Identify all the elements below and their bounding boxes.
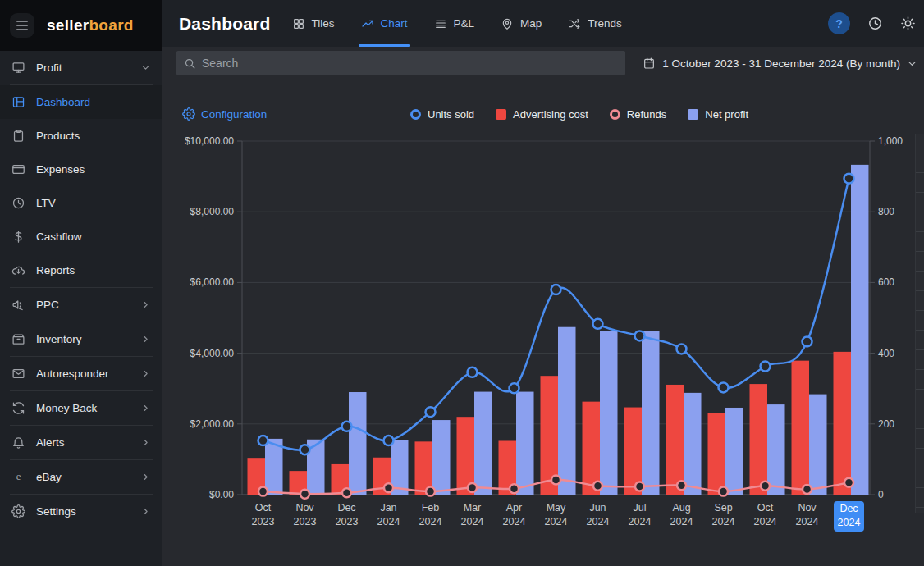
mail-icon <box>11 367 25 381</box>
point-refunds[interactable] <box>426 487 435 496</box>
bar-net-profit[interactable] <box>767 404 785 495</box>
tab-chart[interactable]: Chart <box>361 0 408 47</box>
point-refunds[interactable] <box>761 482 770 491</box>
ebay-icon: e <box>11 470 25 484</box>
point-refunds[interactable] <box>844 478 853 487</box>
bar-net-profit[interactable] <box>725 408 743 495</box>
logo[interactable]: sellerboard <box>47 16 134 34</box>
point-refunds[interactable] <box>384 483 393 492</box>
chevron-right-icon <box>140 368 151 379</box>
page-title: Dashboard <box>162 14 271 34</box>
point-units-sold[interactable] <box>803 336 812 346</box>
point-units-sold[interactable] <box>384 436 394 445</box>
chevron-right-icon <box>140 506 151 517</box>
gear-icon <box>11 504 25 518</box>
tab-tiles[interactable]: Tiles <box>292 0 335 47</box>
point-units-sold[interactable] <box>258 436 268 445</box>
point-refunds[interactable] <box>510 484 519 493</box>
sidebar-item-inventory[interactable]: Inventory <box>0 322 162 356</box>
point-units-sold[interactable] <box>300 445 310 454</box>
sidebar-item-dashboard[interactable]: Dashboard <box>0 85 162 119</box>
point-units-sold[interactable] <box>551 285 561 294</box>
point-refunds[interactable] <box>342 488 351 497</box>
point-refunds[interactable] <box>258 487 268 496</box>
bar-advertising-cost[interactable] <box>708 413 726 495</box>
sidebar-item-products[interactable]: Products <box>0 119 162 153</box>
sidebar-item-settings[interactable]: Settings <box>0 495 162 528</box>
bar-net-profit[interactable] <box>432 420 451 495</box>
history-icon[interactable] <box>867 16 883 31</box>
tab-map[interactable]: Map <box>501 0 542 47</box>
tab-trends[interactable]: Trends <box>568 0 622 47</box>
point-units-sold[interactable] <box>844 174 854 184</box>
point-units-sold[interactable] <box>342 422 352 431</box>
chevron-right-icon <box>140 334 151 345</box>
sidebar-item-money-back[interactable]: Money Back <box>0 391 162 425</box>
point-units-sold[interactable] <box>635 331 645 340</box>
sidebar-item-alerts[interactable]: Alerts <box>0 426 162 459</box>
point-units-sold[interactable] <box>510 383 519 393</box>
bar-net-profit[interactable] <box>684 393 702 495</box>
card-icon <box>11 162 25 176</box>
point-refunds[interactable] <box>551 475 560 484</box>
brightness-icon[interactable] <box>900 16 916 31</box>
logo-part1: seller <box>47 16 89 34</box>
bar-advertising-cost[interactable] <box>792 361 810 495</box>
sidebar-item-expenses[interactable]: Expenses <box>0 153 162 186</box>
point-units-sold[interactable] <box>761 362 771 372</box>
chevron-right-icon <box>140 437 151 448</box>
point-refunds[interactable] <box>719 487 728 496</box>
y-axis-label-left: $8,000.00 <box>190 206 235 217</box>
tab-label: P&L <box>454 17 475 30</box>
content: 1 October 2023 - 31 December 2024 (By mo… <box>162 47 924 566</box>
point-units-sold[interactable] <box>593 319 603 329</box>
sidebar-item-cashflow[interactable]: Cashflow <box>0 220 162 253</box>
bar-net-profit[interactable] <box>558 327 576 495</box>
bar-net-profit[interactable] <box>474 392 492 495</box>
y-axis-label-right: 600 <box>878 276 894 288</box>
tab-label: Tiles <box>312 17 335 30</box>
sidebar-item-autoresponder[interactable]: Autoresponder <box>0 357 162 390</box>
point-refunds[interactable] <box>593 482 602 491</box>
help-button[interactable]: ? <box>828 12 850 34</box>
sidebar-item-ebay[interactable]: eeBay <box>0 460 162 494</box>
bell-icon <box>11 436 25 450</box>
point-units-sold[interactable] <box>719 382 729 392</box>
y-axis-label-right: 800 <box>878 206 894 217</box>
chevron-right-icon <box>140 403 151 413</box>
tab-pl[interactable]: P&L <box>434 0 475 47</box>
bar-net-profit[interactable] <box>349 392 367 495</box>
sidebar-item-reports[interactable]: Reports <box>0 253 162 287</box>
sidebar-nav: ProfitDashboardProductsExpensesLTVCashfl… <box>0 51 162 528</box>
tab-label: Map <box>520 17 542 30</box>
bar-net-profit[interactable] <box>516 392 534 495</box>
point-units-sold[interactable] <box>426 407 436 417</box>
point-units-sold[interactable] <box>468 367 478 377</box>
sidebar-item-label: Cashflow <box>36 231 82 243</box>
bar-net-profit[interactable] <box>600 331 618 495</box>
bar-advertising-cost[interactable] <box>750 384 768 495</box>
y-axis-label-right: 0 <box>878 489 884 500</box>
sidebar-item-label: Autoresponder <box>36 367 109 380</box>
point-refunds[interactable] <box>300 490 309 499</box>
question-mark-icon: ? <box>835 17 843 30</box>
point-units-sold[interactable] <box>677 344 687 354</box>
menu-button[interactable] <box>10 13 34 38</box>
point-refunds[interactable] <box>468 483 477 492</box>
sidebar-item-ltv[interactable]: LTV <box>0 186 162 220</box>
point-refunds[interactable] <box>803 485 812 494</box>
megaphone-icon <box>11 298 25 312</box>
point-refunds[interactable] <box>677 481 686 490</box>
y-axis-label-left: $0.00 <box>209 489 234 500</box>
bar-net-profit[interactable] <box>851 165 869 495</box>
point-refunds[interactable] <box>635 482 644 491</box>
sidebar-item-profit[interactable]: Profit <box>0 51 162 84</box>
refresh-icon <box>11 401 25 415</box>
bar-advertising-cost[interactable] <box>834 352 852 495</box>
chart-icon <box>361 17 374 30</box>
sidebar-item-label: Products <box>36 130 80 142</box>
bar-net-profit[interactable] <box>809 395 827 495</box>
sidebar-item-ppc[interactable]: PPC <box>0 288 162 322</box>
bar-advertising-cost[interactable] <box>666 385 684 495</box>
bar-net-profit[interactable] <box>642 331 660 495</box>
